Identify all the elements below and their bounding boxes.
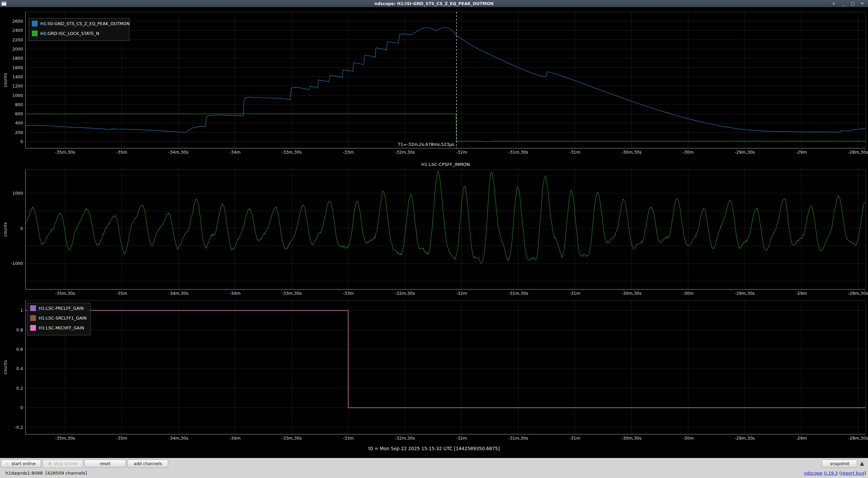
legend-swatch	[30, 315, 36, 321]
ytick-label: 0	[20, 405, 23, 410]
ytick-label: 1600	[12, 65, 23, 70]
xtick-label: -28m,30s	[848, 436, 868, 441]
ytick-label: 2000	[12, 46, 23, 52]
plot-stack: 0200400600800100012001400160018002000220…	[0, 7, 868, 458]
xtick-label: -35m,30s	[55, 150, 75, 155]
xtick-label: -29m	[796, 436, 807, 441]
legend-box[interactable]: H1:LSC-PRCLFF_GAINH1:LSC-SRCLFF1_GAINH1:…	[27, 303, 91, 335]
legend-label: H1:LSC-MICHFF_GAIN	[39, 325, 84, 330]
window-title-bar[interactable]: ndscope: H1:ISI-GND_STS_CS_Z_EQ_PEAK_OUT…	[0, 0, 868, 7]
reset-button[interactable]: reset	[84, 460, 126, 467]
stop-icon: ■	[48, 462, 51, 465]
ytick-label: 0.8	[16, 327, 23, 332]
xtick-label: -30m,30s	[622, 291, 642, 295]
xtick-label: -29m,30s	[735, 150, 755, 155]
y-axis-label: counts	[3, 73, 8, 87]
ndscope-window: { "window": { "title": "ndscope: H1:ISI-…	[0, 0, 868, 478]
shade-button[interactable]: ∧	[831, 0, 836, 7]
window-icon	[1, 1, 6, 6]
xtick-label: -33m,30s	[282, 291, 302, 295]
legend-swatch	[32, 21, 38, 26]
minimize-button[interactable]: _	[841, 0, 846, 7]
ytick-label: 400	[15, 120, 23, 126]
xtick-label: -35m	[116, 291, 127, 295]
legend-swatch	[30, 305, 36, 311]
xtick-label: -33m	[343, 291, 354, 295]
trace-H1:LSC-CPSFF_INMON	[25, 171, 865, 264]
ytick-label: 1200	[12, 83, 23, 89]
ytick-label: 2200	[12, 37, 23, 42]
ytick-label: 1	[20, 308, 23, 313]
report-bug-link[interactable]: report bug	[841, 471, 864, 476]
ytick-label: 0	[20, 226, 23, 231]
legend-swatch	[30, 325, 36, 331]
plot-frame	[25, 170, 866, 289]
stop-online-button[interactable]: ■ stop online	[43, 460, 83, 467]
ytick-label: 1000	[12, 93, 23, 98]
snapshot-button[interactable]: snapshot	[822, 460, 857, 467]
version-link[interactable]: 0.19.3	[824, 471, 838, 476]
xtick-label: -34m,30s	[169, 150, 189, 155]
xtick-label: -30m,30s	[622, 150, 642, 155]
ytick-label: 800	[15, 102, 23, 107]
plot-top-canvas[interactable]: 0200400600800100012001400160018002000220…	[0, 7, 868, 158]
t0-label: t0 = Mon Sep 22 2025 15:15:32 UTC [14425…	[0, 441, 868, 458]
legend-swatch	[32, 31, 38, 36]
scroll-up-arrow-icon[interactable]: ▲	[860, 460, 864, 466]
xtick-label: -35m	[116, 436, 127, 441]
xtick-label: -29m	[796, 150, 807, 155]
ytick-label: 0.4	[16, 366, 23, 371]
xtick-label: -35m,30s	[55, 291, 75, 295]
xtick-label: -30m	[683, 436, 694, 441]
xtick-label: -32m,30s	[395, 436, 415, 441]
legend-box[interactable]: H1:ISI-GND_STS_CS_Z_EQ_PEAK_OUTMONH1:GRD…	[29, 18, 130, 41]
xtick-label: -31m	[569, 291, 580, 295]
server-status: h1daqnds1:8088 [428509 channels]	[5, 471, 87, 476]
trace-H1:LSC-PRCLFF_GAIN	[25, 310, 866, 408]
ytick-label: 2400	[12, 28, 23, 33]
close-button[interactable]: ✕	[860, 0, 865, 7]
plot-title: H1:LSC-CPSFF_INMON	[421, 162, 470, 167]
ytick-label: 0.2	[16, 386, 23, 391]
ytick-label: 2600	[12, 19, 23, 24]
xtick-label: -32m	[456, 436, 467, 441]
xtick-label: -33m,30s	[282, 150, 302, 155]
legend-label: H1:ISI-GND_STS_CS_Z_EQ_PEAK_OUTMON	[40, 21, 130, 26]
legend-label: H1:GRD-ISC_LOCK_STATE_N	[40, 31, 99, 36]
add-channels-button[interactable]: add channels	[127, 460, 168, 467]
xtick-label: -33m	[343, 150, 354, 155]
ndscope-link[interactable]: ndscope	[804, 471, 823, 476]
legend-label: H1:LSC-SRCLFF1_GAIN	[39, 316, 86, 321]
xtick-label: -34m	[230, 291, 241, 295]
xtick-label: -31m	[569, 150, 580, 155]
window-title: ndscope: H1:ISI-GND_STS_CS_Z_EQ_PEAK_OUT…	[0, 1, 868, 6]
xtick-label: -31m	[569, 436, 580, 441]
xtick-label: -32m	[456, 150, 467, 155]
ytick-label: -1000	[11, 261, 23, 266]
ytick-label: 600	[15, 111, 23, 116]
xtick-label: -29m,30s	[735, 436, 755, 441]
maximize-button[interactable]: □	[850, 0, 855, 7]
plot-frame	[25, 12, 866, 148]
trace-H1:LSC-SRCLFF1_GAIN	[25, 310, 866, 408]
plot-bottom-canvas[interactable]: -0.200.20.40.60.81-35m,30s-35m-34m,30s-3…	[0, 295, 868, 441]
xtick-label: -35m	[116, 150, 127, 155]
xtick-label: -34m	[230, 436, 241, 441]
start-online-button[interactable]: ▷ start online	[1, 460, 41, 467]
xtick-label: -33m,30s	[282, 436, 302, 441]
xtick-label: -28m,30s	[848, 150, 868, 155]
plot-middle-canvas[interactable]: 10000-1000-35m,30s-35m-34m,30s-34m-33m,3…	[0, 158, 868, 295]
xtick-label: -31m,30s	[508, 291, 528, 295]
y-axis-label: counts	[3, 223, 8, 237]
xtick-label: -32m,30s	[395, 291, 415, 295]
ytick-label: 1800	[12, 56, 23, 61]
ytick-label: 200	[15, 130, 23, 135]
xtick-label: -29m	[796, 291, 807, 295]
xtick-label: -31m,30s	[508, 150, 528, 155]
ytick-label: -0.2	[15, 425, 23, 430]
xtick-label: -34m	[230, 150, 241, 155]
y-axis-label: counts	[3, 360, 8, 375]
xtick-label: -32m,30s	[395, 150, 415, 155]
xtick-label: -34m,30s	[169, 291, 189, 295]
t1-cursor-label: T1=-32m,2s,678ms,523µs	[397, 142, 454, 147]
